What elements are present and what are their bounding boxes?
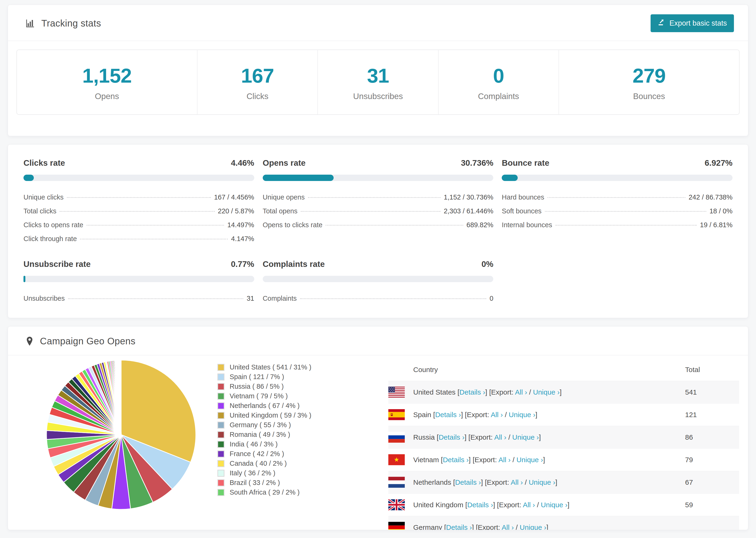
- export-unique-link[interactable]: Unique ›: [533, 388, 560, 396]
- stat-row-value: 4.147%: [231, 235, 254, 243]
- complaints-rate-title: Complaints rate: [263, 259, 325, 269]
- dotted-leader: [60, 211, 215, 212]
- country-cell: Spain [Details ›] [Export: All › / Uniqu…: [388, 409, 685, 420]
- total-cell: 79: [685, 456, 739, 464]
- country-text: Germany [Details ›] [Export: All › / Uni…: [413, 523, 548, 530]
- details-link[interactable]: Details ›: [459, 388, 485, 396]
- export-unique-link[interactable]: Unique ›: [509, 411, 535, 418]
- export-unique-link[interactable]: Unique ›: [516, 456, 543, 463]
- stat-clicks: 167 Clicks: [197, 50, 317, 114]
- opens-label: Opens: [17, 91, 197, 101]
- clicks-rate-section: Clicks rate4.46% Unique clicks167 / 4.45…: [24, 158, 254, 246]
- stat-row: Hard bounces242 / 86.738%: [502, 190, 732, 204]
- legend-item: Brazil ( 33 / 2% ): [217, 478, 358, 488]
- stat-row: Unique opens1,152 / 30.736%: [263, 190, 494, 204]
- country-cell: Vietnam [Details ›] [Export: All › / Uni…: [388, 454, 685, 465]
- stat-row-label: Clicks to opens rate: [24, 221, 83, 229]
- export-all-link[interactable]: All ›: [491, 411, 503, 418]
- stat-row-value: 167 / 4.456%: [214, 193, 254, 201]
- dotted-leader: [300, 298, 486, 299]
- legend-swatch: [217, 402, 225, 409]
- export-all-link[interactable]: All ›: [502, 523, 514, 530]
- export-all-link[interactable]: All ›: [511, 478, 523, 486]
- flag-vn-icon: [388, 454, 405, 465]
- bar-chart-icon: [26, 18, 35, 28]
- stat-row-label: Total opens: [263, 207, 297, 215]
- legend-item: Italy ( 36 / 2% ): [217, 468, 358, 478]
- details-link[interactable]: Details ›: [467, 501, 493, 509]
- export-all-link[interactable]: All ›: [499, 456, 511, 463]
- export-unique-link[interactable]: Unique ›: [529, 478, 555, 486]
- complaints-rate-progressbar: [263, 276, 494, 282]
- stat-row-value: 14.497%: [227, 221, 254, 229]
- flag-es-icon: [388, 409, 405, 420]
- bounce-rate-value: 6.927%: [705, 158, 732, 168]
- tracking-stats-title-text: Tracking stats: [41, 18, 101, 28]
- total-cell: 86: [685, 433, 739, 441]
- details-link[interactable]: Details ›: [443, 456, 469, 463]
- country-cell: Russia [Details ›] [Export: All › / Uniq…: [388, 432, 685, 443]
- geo-header: Campaign Geo Opens: [8, 327, 748, 355]
- dotted-leader: [308, 197, 441, 198]
- details-link[interactable]: Details ›: [439, 433, 464, 441]
- geo-table-row: Germany [Details ›] [Export: All › / Uni…: [388, 516, 739, 530]
- geo-table-rows: United States [Details ›] [Export: All ›…: [388, 381, 739, 530]
- export-all-link[interactable]: All ›: [494, 433, 507, 441]
- dotted-leader: [556, 225, 697, 226]
- stat-row-label: Opens to clicks rate: [263, 221, 323, 229]
- export-all-link[interactable]: All ›: [515, 388, 527, 396]
- tracking-stats-card: Tracking stats Export basic stats 1,152 …: [8, 5, 748, 136]
- details-link[interactable]: Details ›: [455, 478, 481, 486]
- legend-swatch: [217, 364, 225, 371]
- country-cell: Netherlands [Details ›] [Export: All › /…: [388, 477, 685, 488]
- bounce-rate-title: Bounce rate: [502, 158, 549, 168]
- legend-swatch: [217, 470, 225, 477]
- stat-row-label: Unique opens: [263, 193, 305, 201]
- export-unique-link[interactable]: Unique ›: [541, 501, 567, 509]
- stat-row: Total opens2,303 / 61.446%: [263, 204, 494, 218]
- geo-table-row: Vietnam [Details ›] [Export: All › / Uni…: [388, 448, 739, 471]
- export-unique-link[interactable]: Unique ›: [520, 523, 546, 530]
- export-all-link[interactable]: All ›: [523, 501, 535, 509]
- total-column-header: Total: [685, 366, 739, 374]
- flag-gb-icon: [388, 499, 405, 510]
- dotted-leader: [326, 225, 463, 226]
- unsubscribes-count: 31: [318, 64, 438, 87]
- export-basic-stats-button[interactable]: Export basic stats: [651, 14, 734, 32]
- details-link[interactable]: Details ›: [446, 523, 472, 530]
- stat-row: Opens to clicks rate689.82%: [263, 218, 494, 232]
- stat-row: Click through rate4.147%: [24, 232, 254, 246]
- details-link[interactable]: Details ›: [435, 411, 461, 418]
- legend-swatch: [217, 393, 225, 400]
- complaints-rate-value: 0%: [482, 259, 494, 269]
- stat-row-value: 220 / 5.87%: [218, 207, 254, 215]
- opens-count: 1,152: [17, 64, 197, 87]
- bounce-rate-section: Bounce rate6.927% Hard bounces242 / 86.7…: [502, 158, 732, 246]
- complaints-count: 0: [439, 64, 559, 87]
- legend-swatch: [217, 441, 225, 448]
- clicks-label: Clicks: [197, 91, 317, 101]
- legend-label: Italy ( 36 / 2% ): [230, 469, 275, 477]
- stat-row: Clicks to opens rate14.497%: [24, 218, 254, 232]
- stat-unsubscribes: 31 Unsubscribes: [317, 50, 438, 114]
- legend-label: United States ( 541 / 31% ): [230, 363, 311, 371]
- stat-row: Total clicks220 / 5.87%: [24, 204, 254, 218]
- legend-label: South Africa ( 29 / 2% ): [230, 488, 299, 496]
- geo-body: United States ( 541 / 31% )Spain ( 121 /…: [8, 355, 748, 530]
- legend-swatch: [217, 479, 225, 486]
- legend-item: France ( 42 / 2% ): [217, 449, 358, 459]
- total-cell: 67: [685, 478, 739, 486]
- geo-table: Country Total United States [Details ›] …: [358, 355, 748, 530]
- stat-row: Unique clicks167 / 4.456%: [24, 190, 254, 204]
- clicks-rate-progressbar: [24, 175, 254, 181]
- export-unique-link[interactable]: Unique ›: [512, 433, 539, 441]
- stat-bounces: 279 Bounces: [559, 50, 739, 114]
- stat-row-value: 1,152 / 30.736%: [444, 193, 493, 201]
- legend-item: Spain ( 121 / 7% ): [217, 372, 358, 382]
- bounce-rate-progressbar: [502, 175, 732, 181]
- pie-legend: United States ( 541 / 31% )Spain ( 121 /…: [207, 355, 358, 497]
- dotted-leader: [80, 239, 228, 240]
- bounce-rate-progress-fill: [502, 175, 518, 181]
- opens-rate-section: Opens rate30.736% Unique opens1,152 / 30…: [263, 158, 494, 246]
- stat-row-value: 0: [490, 295, 493, 302]
